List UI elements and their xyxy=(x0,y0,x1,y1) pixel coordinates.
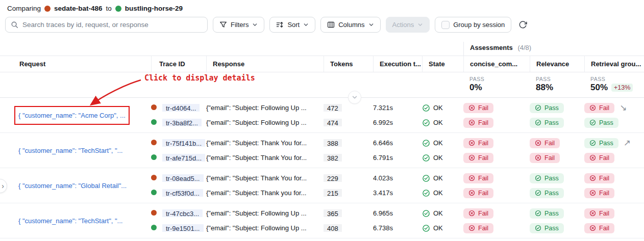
x-circle-icon xyxy=(589,154,596,161)
response-cell[interactable]: {"email": "Subject: Following Up ... xyxy=(206,224,324,232)
response-cell[interactable]: {"email": "Subject: Following Up ... xyxy=(206,119,324,126)
execution-time: 6.791s xyxy=(373,154,422,162)
request-link[interactable]: { "customer_name": "Acme Corp", ... xyxy=(18,112,126,119)
trace-id-link[interactable]: tr-3ba8f2... xyxy=(162,119,202,126)
chevron-down-icon xyxy=(303,22,309,28)
response-cell[interactable]: {"email": "Subject: Following Up ... xyxy=(206,209,324,217)
refresh-button[interactable] xyxy=(518,20,527,29)
x-circle-icon xyxy=(468,225,475,231)
search-box[interactable] xyxy=(5,17,208,33)
x-circle-icon xyxy=(468,104,475,111)
run-b-dot-icon xyxy=(151,225,157,230)
request-link[interactable]: { "customer_name": "Global Retail"... xyxy=(18,182,127,190)
response-cell[interactable]: {"email": "Subject: Thank You for... xyxy=(206,139,324,147)
annotation-highlight-box: { "customer_name": "Acme Corp", ... xyxy=(14,106,130,125)
pass-badge: Pass xyxy=(530,173,564,183)
state-label: OK xyxy=(433,154,443,162)
fail-badge: Fail xyxy=(584,188,614,198)
column-header-trace-id: Trace ID xyxy=(151,56,206,72)
x-circle-icon xyxy=(589,225,596,231)
tokens-value: 365 xyxy=(324,209,342,217)
execution-time: 6.738s xyxy=(373,224,422,232)
tokens-value: 215 xyxy=(324,189,342,197)
group-by-session-checkbox[interactable] xyxy=(441,21,450,29)
search-icon xyxy=(11,21,18,29)
pass-label: PASS xyxy=(536,76,584,82)
trace-id-link[interactable]: tr-75f141b... xyxy=(162,139,205,147)
actions-label: Actions xyxy=(392,21,414,29)
pass-badge: Pass xyxy=(530,118,564,128)
search-input[interactable] xyxy=(22,21,202,29)
state-label: OK xyxy=(433,209,443,217)
table-row[interactable]: tr-75f141b... {"email": "Subject: Thank … xyxy=(151,136,644,150)
x-circle-icon xyxy=(468,140,475,146)
trace-id-link[interactable]: tr-47cbc3... xyxy=(162,209,203,217)
run-b-dot-icon xyxy=(151,119,157,125)
response-cell[interactable]: {"email": "Subject: Following Up ... xyxy=(206,104,324,112)
traces-table-body: { "customer_name": "Acme Corp", ... tr-d… xyxy=(0,98,644,238)
request-link[interactable]: { "customer_name": "TechStart", "... xyxy=(18,217,122,225)
x-circle-icon xyxy=(468,119,475,126)
trace-id-link[interactable]: tr-cf53f0d... xyxy=(162,189,203,197)
check-circle-icon xyxy=(535,175,541,181)
response-cell[interactable]: {"email": "Subject: Thank You for... xyxy=(206,174,324,182)
table-row[interactable]: tr-cf53f0d... {"email": "Subject: Thank … xyxy=(151,185,644,200)
ok-check-icon xyxy=(422,224,430,232)
assessments-label: Assessments xyxy=(470,44,513,51)
fail-badge: Fail xyxy=(584,223,614,233)
trace-id-link[interactable]: tr-d4064... xyxy=(162,104,200,112)
assessments-title: Assessments (4/8) xyxy=(463,42,644,56)
fail-badge: Fail xyxy=(463,188,493,198)
fail-badge: Fail xyxy=(584,103,614,113)
table-row[interactable]: tr-afe715d... {"email": "Subject: Thank … xyxy=(151,150,644,165)
chevron-down-icon xyxy=(368,22,374,28)
table-row[interactable]: tr-08ead5... {"email": "Subject: Thank Y… xyxy=(151,171,644,185)
column-header-state: State xyxy=(422,56,463,72)
trace-id-link[interactable]: tr-afe715d... xyxy=(162,154,205,162)
table-row[interactable]: tr-9e1501... {"email": "Subject: Followi… xyxy=(151,221,644,235)
column-header-relevance: Relevance xyxy=(530,56,584,72)
response-cell[interactable]: {"email": "Subject: Thank you for... xyxy=(206,189,324,197)
run-b-dot-icon xyxy=(151,190,157,195)
summary-relevance: PASS 88% xyxy=(530,72,584,97)
column-header-request: Request xyxy=(0,56,151,72)
response-cell[interactable]: {"email": "Subject: Thank You for... xyxy=(206,154,324,162)
filters-button[interactable]: Filters xyxy=(213,17,264,33)
table-row[interactable]: tr-3ba8f2... {"email": "Subject: Followi… xyxy=(151,115,644,130)
request-link[interactable]: { "customer_name": "TechStart", "... xyxy=(18,147,122,154)
columns-button[interactable]: Columns xyxy=(320,17,380,33)
run-a-dot-icon xyxy=(151,175,157,180)
summary-retrieval: PASS 50% +13% xyxy=(584,72,644,97)
refresh-icon xyxy=(518,20,527,29)
state-label: OK xyxy=(433,119,443,126)
actions-button: Actions xyxy=(386,17,430,33)
pass-badge: Pass xyxy=(584,118,618,128)
fail-badge: Fail xyxy=(463,118,493,128)
compare-label: Comparing xyxy=(7,5,41,12)
execution-time: 6.992s xyxy=(373,119,422,126)
x-circle-icon xyxy=(589,210,596,217)
columns-icon xyxy=(327,21,335,29)
ok-check-icon xyxy=(422,104,430,112)
check-circle-icon xyxy=(535,190,541,196)
execution-time: 4.023s xyxy=(373,174,422,182)
execution-time: 6.965s xyxy=(373,209,422,217)
fail-badge: Fail xyxy=(530,138,560,148)
ok-check-icon xyxy=(422,174,430,182)
x-circle-icon xyxy=(535,154,541,161)
table-row[interactable]: tr-47cbc3... {"email": "Subject: Followi… xyxy=(151,206,644,221)
ok-check-icon xyxy=(422,154,430,162)
pass-rate-relevance: 88% xyxy=(536,83,584,93)
state-label: OK xyxy=(433,224,443,232)
sort-button[interactable]: Sort xyxy=(269,17,315,33)
trace-id-link[interactable]: tr-08ead5... xyxy=(162,174,204,182)
trace-pair-group: { "customer_name": "TechStart", "... tr-… xyxy=(0,203,644,238)
expand-summary-button[interactable] xyxy=(348,91,361,104)
group-by-session-toggle[interactable]: Group by session xyxy=(435,17,511,33)
trace-id-link[interactable]: tr-9e1501... xyxy=(162,224,204,232)
assessments-count: (4/8) xyxy=(517,44,531,51)
pass-label: PASS xyxy=(590,76,644,82)
table-row[interactable]: tr-d4064... {"email": "Subject: Followin… xyxy=(151,100,644,115)
x-circle-icon xyxy=(589,190,596,196)
x-circle-icon xyxy=(589,175,596,181)
